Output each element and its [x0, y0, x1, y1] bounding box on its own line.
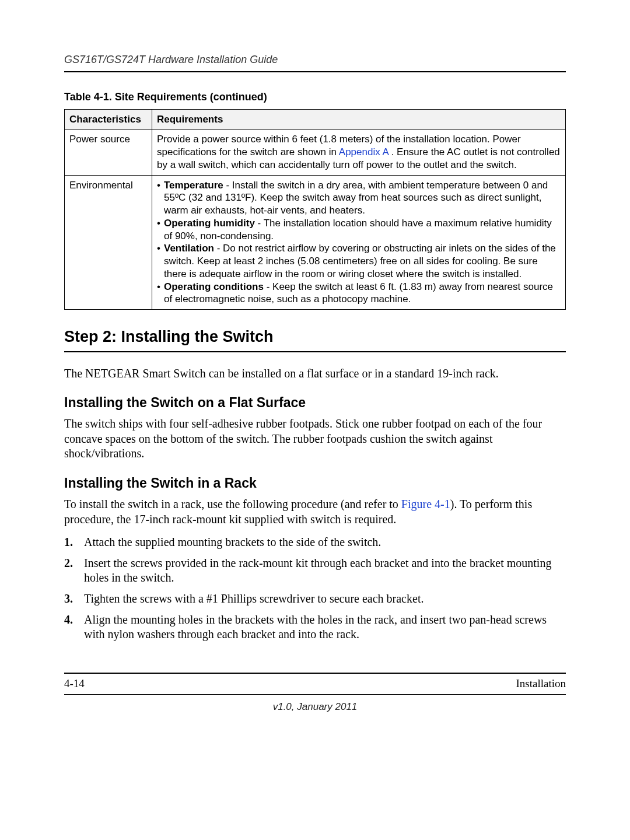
table-header-requirements: Requirements [152, 109, 566, 130]
list-item: Temperature - Install the switch in a dr… [157, 179, 561, 217]
step-2-heading: Step 2: Installing the Switch [64, 326, 566, 352]
cell-characteristic: Power source [65, 130, 152, 175]
term: Ventilation [164, 243, 214, 254]
list-item: Insert the screws provided in the rack-m… [64, 556, 566, 586]
list-item: Operating conditions - Keep the switch a… [157, 281, 561, 306]
section-label: Installation [516, 676, 566, 691]
list-item: Ventilation - Do not restrict airflow by… [157, 242, 561, 280]
term: Operating humidity [164, 218, 255, 229]
flat-surface-text: The switch ships with four self-adhesive… [64, 416, 566, 461]
list-item: Operating humidity - The installation lo… [157, 217, 561, 243]
version-line: v1.0, January 2011 [64, 695, 566, 714]
list-item: Align the mounting holes in the brackets… [64, 612, 566, 642]
step-2-intro: The NETGEAR Smart Switch can be installe… [64, 366, 566, 382]
page-number: 4-14 [64, 676, 85, 691]
cell-requirement: Provide a power source within 6 feet (1.… [152, 130, 566, 175]
cell-requirement: Temperature - Install the switch in a dr… [152, 175, 566, 310]
flat-surface-heading: Installing the Switch on a Flat Surface [64, 394, 566, 412]
term: Operating conditions [164, 281, 264, 292]
site-requirements-table: Characteristics Requirements Power sourc… [64, 109, 566, 310]
table-header-characteristics: Characteristics [65, 109, 152, 130]
footer: 4-14 Installation [64, 674, 566, 695]
table-row: Power source Provide a power source with… [65, 130, 566, 175]
table-row: Environmental Temperature - Install the … [65, 175, 566, 310]
term: Temperature [164, 180, 223, 191]
list-item: Tighten the screws with a #1 Phillips sc… [64, 592, 566, 607]
table-caption: Table 4-1. Site Requirements (continued) [64, 90, 566, 104]
list-item: Attach the supplied mounting brackets to… [64, 535, 566, 550]
rack-heading: Installing the Switch in a Rack [64, 474, 566, 492]
appendix-a-link[interactable]: Appendix A [339, 146, 388, 158]
cell-characteristic: Environmental [65, 175, 152, 310]
running-header: GS716T/GS724T Hardware Installation Guid… [64, 52, 566, 72]
text: - Do not restrict airflow by covering or… [164, 243, 556, 279]
figure-4-1-link[interactable]: Figure 4-1 [401, 498, 450, 510]
rack-steps: Attach the supplied mounting brackets to… [64, 535, 566, 642]
text: To install the switch in a rack, use the… [64, 498, 401, 510]
rack-intro: To install the switch in a rack, use the… [64, 497, 566, 527]
